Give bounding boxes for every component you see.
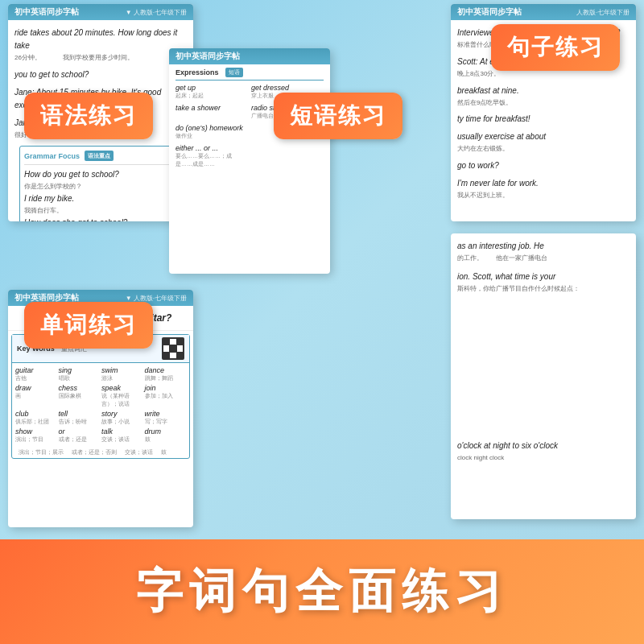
text-line: ride takes about 20 minutes. How long do… — [14, 27, 187, 64]
word-item: sing唱歌 — [59, 366, 101, 382]
word-item: join参加；加入 — [145, 384, 187, 408]
word-item: draw画 — [15, 384, 57, 408]
expr-tag: 短语 — [225, 68, 243, 77]
word-item: club俱乐部；社团 — [15, 410, 57, 426]
word-footnote: 演出；节目；展示或者；还是；否则交谈；谈话鼓 — [12, 447, 189, 458]
word-item: guitar吉他 — [15, 366, 57, 382]
text-line: ty time for breakfast! — [457, 113, 630, 126]
grammar-line: I ride my bike. 我骑自行车。 — [24, 192, 177, 217]
expressions-header: Expressions 短语 — [175, 68, 324, 80]
words-grid: guitar吉他 sing唱歌 swim游泳 dance跳舞；舞蹈 draw画 … — [12, 363, 189, 447]
grammar-badge: 语法练习 — [24, 93, 153, 139]
text-line: as an interesting job. He 的工作。 他在一家广播电台 — [457, 240, 630, 264]
card-body: as an interesting job. He 的工作。 他在一家广播电台 … — [451, 233, 636, 469]
grammar-line: How do you get to school? 你是怎么到学校的？ — [24, 168, 177, 192]
words-badge: 单词练习 — [24, 302, 153, 349]
word-item: chess国际象棋 — [59, 384, 101, 408]
expr-row: either ... or ... 要么……要么……；成是……成是…… — [175, 144, 324, 168]
phrase-badge: 短语练习 — [274, 93, 402, 139]
card-title: 初中英语同步字帖 — [14, 6, 79, 18]
grammar-focus-label: Grammar Focus — [24, 151, 80, 162]
text-line: you to get to school? — [14, 68, 187, 81]
grammar-line: How does she get to school? 她是怎么到学校的？ — [24, 217, 177, 221]
text-line: o'clock at night to six o'clock clock ni… — [457, 440, 630, 464]
card-header: 初中英语同步字帖 ▼ 人教版·七年级下册 — [8, 4, 193, 20]
card-sub: ▼ 人教版·七年级下册 — [126, 294, 187, 303]
main-container: 初中英语同步字帖 ▼ 人教版·七年级下册 ride takes about 20… — [0, 0, 644, 644]
bottom-banner-text: 字词句全面练习 — [136, 560, 508, 623]
word-item: swim游泳 — [101, 366, 143, 382]
word-item: write写；写字 — [145, 410, 187, 426]
key-words-table: Key Words 重点词汇 guitar吉他 sing唱歌 swim游泳 da… — [11, 334, 190, 459]
qr-code — [162, 337, 184, 360]
word-item: or或者；还是 — [59, 427, 101, 444]
word-item: speak说（某种语言）；说话 — [101, 384, 143, 408]
card-header: 初中英语同步字帖 — [169, 48, 330, 64]
bottom-banner: 字词句全面练习 — [0, 539, 644, 644]
word-item: tell告诉；吩咐 — [59, 410, 101, 426]
grammar-focus-box: Grammar Focus 语法重点 How do you get to sch… — [19, 146, 182, 221]
grammar-focus-tag: 语法重点 — [85, 151, 114, 161]
card-title: 初中英语同步字帖 — [175, 51, 240, 62]
text-line: breakfast at nine. 然后在9点吃早饭。 — [457, 85, 630, 109]
card-header: 初中英语同步字帖 人教版·七年级下册 — [451, 4, 636, 20]
text-line: ion. Scott, what time is your 斯科特，你给广播节目… — [457, 270, 630, 295]
text-line: go to work? — [457, 159, 630, 172]
text-line: I'm never late for work. 我从不迟到上班。 — [457, 177, 630, 201]
word-item: talk交谈；谈话 — [101, 427, 143, 444]
word-item: dance跳舞；舞蹈 — [145, 366, 187, 382]
word-item: drum鼓 — [145, 427, 187, 444]
right-card: as an interesting job. He 的工作。 他在一家广播电台 … — [451, 233, 636, 519]
word-item: show演出；节目 — [15, 427, 57, 444]
word-item: story故事；小说 — [101, 410, 143, 426]
card-sub: ▼ 人教版·七年级下册 — [126, 8, 187, 17]
text-line: usually exercise at about 大约在左右锻炼。 — [457, 130, 630, 155]
phrase-card: 初中英语同步字帖 Expressions 短语 get up 起床；起起 get… — [169, 48, 330, 274]
sentence-badge: 句子练习 — [491, 24, 620, 71]
top-section: 初中英语同步字帖 ▼ 人教版·七年级下册 ride takes about 20… — [0, 0, 644, 539]
card-title: 初中英语同步字帖 — [457, 6, 522, 18]
card-sub: 人教版·七年级下册 — [576, 8, 630, 17]
